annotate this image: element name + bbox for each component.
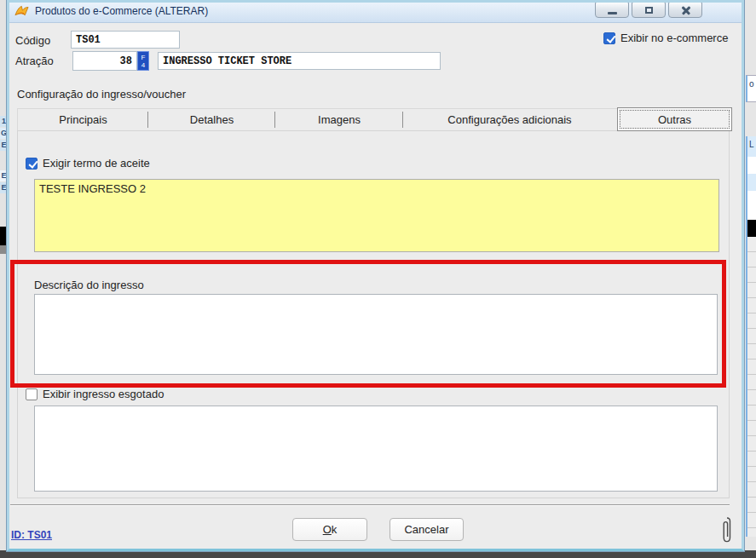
tab-label: Imagens <box>318 113 361 126</box>
atracao-name-input[interactable]: INGRESSO TICKET STORE <box>158 52 441 70</box>
minimize-icon <box>608 12 617 14</box>
minimize-button[interactable] <box>595 2 629 18</box>
maximize-button[interactable] <box>632 2 666 18</box>
paperclip-icon <box>721 515 733 545</box>
dialog-produtos-ecommerce: Produtos do e-Commerce (ALTERAR) Código … <box>7 0 744 551</box>
background-grid-cell <box>746 191 756 220</box>
tab-label: Principais <box>59 113 107 126</box>
ok-button[interactable]: Ok <box>292 518 367 541</box>
tab-label: Configurações adicionais <box>447 113 571 126</box>
atracao-code-input[interactable]: 38 <box>72 51 137 71</box>
tab-label: Outras <box>658 113 691 126</box>
app-logo-icon <box>14 5 29 17</box>
atracao-label: Atração <box>15 55 54 67</box>
window-title: Produtos do e-Commerce (ALTERAR) <box>35 5 208 17</box>
exibir-ecommerce-checkbox[interactable] <box>603 32 615 44</box>
section-title: Configuração do ingresso/voucher <box>17 88 186 101</box>
window-controls <box>595 2 702 18</box>
maximize-icon <box>645 7 653 14</box>
exigir-termo-checkbox[interactable] <box>26 158 38 170</box>
f4-label-top: F <box>138 54 148 61</box>
exibir-ecommerce-checkbox-row[interactable]: Exibir no e-commerce <box>603 32 728 44</box>
atracao-f4-lookup-button[interactable]: F 4 <box>137 51 149 71</box>
background-bottom-bar <box>0 550 756 558</box>
footer-separator <box>10 504 730 506</box>
background-grid-rows <box>746 237 756 537</box>
codigo-input[interactable]: TS01 <box>71 31 180 49</box>
background-grid-cell <box>746 174 756 191</box>
tab-label: Detalhes <box>190 113 234 126</box>
background-grid-cell: o <box>746 75 756 102</box>
descricao-label: Descrição do ingresso <box>34 279 144 291</box>
codigo-label: Código <box>15 34 50 47</box>
background-grid-cell <box>746 157 756 174</box>
tab-configuracoes-adicionais[interactable]: Configurações adicionais <box>403 109 616 130</box>
tab-strip: Principais Detalhes Imagens Configuraçõe… <box>17 108 730 131</box>
cancel-button-label: Cancelar <box>390 523 463 536</box>
descricao-textarea[interactable] <box>34 294 718 375</box>
termo-aceite-textarea[interactable]: TESTE INGRESSO 2 <box>34 179 719 252</box>
background-grid-cell: L <box>746 136 756 157</box>
tab-imagens[interactable]: Imagens <box>275 109 403 130</box>
id-link[interactable]: ID: TS01 <box>11 529 52 541</box>
exibir-esgotado-checkbox[interactable] <box>26 388 38 400</box>
ok-button-label: Ok <box>293 523 366 536</box>
esgotado-textarea[interactable] <box>34 406 718 492</box>
exibir-esgotado-checkbox-row[interactable]: Exibir ingresso esgotado <box>26 388 164 400</box>
tab-detalhes[interactable]: Detalhes <box>148 109 275 130</box>
background-right-grid-fragment: o L <box>744 0 756 550</box>
tab-principais[interactable]: Principais <box>18 109 148 130</box>
exibir-esgotado-label: Exibir ingresso esgotado <box>43 388 164 400</box>
exigir-termo-checkbox-row[interactable]: Exigir termo de aceite <box>26 157 150 170</box>
background-fragment-block <box>0 245 7 254</box>
exibir-ecommerce-label: Exibir no e-commerce <box>620 32 728 44</box>
background-fragment-block <box>0 227 7 245</box>
close-button[interactable] <box>668 2 702 18</box>
background-grid-cell <box>746 220 756 237</box>
f4-label-bottom: 4 <box>138 61 148 69</box>
exigir-termo-label: Exigir termo de aceite <box>43 157 150 170</box>
cancel-button[interactable]: Cancelar <box>390 518 464 541</box>
tab-outras-active[interactable]: Outras <box>617 107 732 131</box>
